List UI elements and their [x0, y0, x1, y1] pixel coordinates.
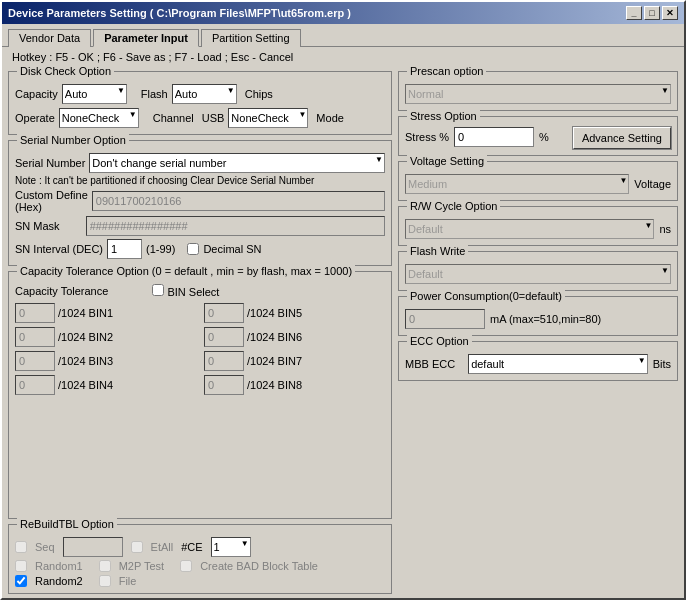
sn-select[interactable]: Don't change serial number [89, 153, 385, 173]
prescan-select-wrapper: Normal [405, 84, 671, 104]
capacity-tolerance-label: Capacity Tolerance Option (0 = default ,… [17, 265, 355, 277]
flash-select[interactable]: Auto [172, 84, 237, 104]
bin-row-1: /1024 BIN1 [15, 303, 196, 323]
ecc-label: ECC Option [407, 335, 472, 347]
stress-label: Stress Option [407, 110, 480, 122]
chips-label: Chips [245, 88, 273, 100]
bin-row-2: /1024 BIN2 [15, 327, 196, 347]
ecc-select-wrapper: default [468, 354, 648, 374]
bin-select-checkbox[interactable] [152, 284, 164, 296]
disk-check-label: Disk Check Option [17, 67, 114, 77]
mode-label: Mode [316, 112, 344, 124]
sn-note: Note : It can't be partitioned if choosi… [15, 175, 385, 186]
ecc-group: ECC Option MBB ECC default Bits [398, 341, 678, 381]
bin3-input[interactable] [15, 351, 55, 371]
tab-vendor-data[interactable]: Vendor Data [8, 29, 91, 47]
operate-select-wrapper: NoneCheck [59, 108, 139, 128]
advance-setting-button[interactable]: Advance Setting [573, 127, 671, 149]
sn-interval-range: (1-99) [146, 243, 175, 255]
tab-parameter-input[interactable]: Parameter Input [93, 29, 199, 47]
usb-select[interactable]: NoneCheck [228, 108, 308, 128]
random2-checkbox[interactable] [15, 575, 27, 587]
flash-write-group: Flash Write Default [398, 251, 678, 291]
sn-mask-input[interactable] [86, 216, 385, 236]
close-button[interactable]: ✕ [662, 6, 678, 20]
voltage-select-wrapper: Medium [405, 174, 629, 194]
bin-row-5: /1024 BIN5 [204, 303, 385, 323]
et-all-label: EtAll [151, 541, 174, 553]
maximize-button[interactable]: □ [644, 6, 660, 20]
title-bar: Device Parameters Setting ( C:\Program F… [2, 2, 684, 24]
sn-mask-label: SN Mask [15, 220, 60, 232]
operate-label: Operate [15, 112, 55, 124]
main-content: Disk Check Option Capacity Auto Flash Au… [2, 67, 684, 598]
flash-write-select-wrapper: Default [405, 264, 671, 284]
mbb-ecc-label: MBB ECC [405, 358, 455, 370]
operate-select[interactable]: NoneCheck [59, 108, 139, 128]
bin7-input[interactable] [204, 351, 244, 371]
bin5-input[interactable] [204, 303, 244, 323]
left-panel: Disk Check Option Capacity Auto Flash Au… [8, 71, 392, 594]
create-bad-label: Create BAD Block Table [200, 560, 318, 572]
rw-cycle-label: R/W Cycle Option [407, 200, 500, 212]
m2p-checkbox[interactable] [99, 560, 111, 572]
bin5-label: /1024 BIN5 [247, 307, 317, 319]
rw-select[interactable]: Default [405, 219, 654, 239]
right-panel: Prescan option Normal Stress Option Adva… [398, 71, 678, 594]
bin8-input[interactable] [204, 375, 244, 395]
stress-group: Stress Option Advance Setting Stress % % [398, 116, 678, 156]
bits-label: Bits [653, 358, 671, 370]
custom-define-label: Custom Define(Hex) [15, 189, 88, 213]
seq-label: Seq [35, 541, 55, 553]
bin-select-label: BIN Select [167, 286, 219, 298]
capacity-label: Capacity [15, 88, 58, 100]
capacity-select[interactable]: Auto [62, 84, 127, 104]
stress-pct-input[interactable] [454, 127, 534, 147]
power-consumption-label: Power Consumption(0=default) [407, 290, 565, 302]
random1-checkbox[interactable] [15, 560, 27, 572]
hash-ce-select-wrapper: 1 [211, 537, 251, 557]
flash-select-wrapper: Auto [172, 84, 237, 104]
seq-input[interactable] [63, 537, 123, 557]
rebuild-tbl-group: ReBuildTBL Option Seq EtAll #CE 1 [8, 524, 392, 594]
stress-percent-label: % [539, 131, 549, 143]
bin6-label: /1024 BIN6 [247, 331, 317, 343]
hash-ce-select[interactable]: 1 [211, 537, 251, 557]
tab-bar: Vendor Data Parameter Input Partition Se… [2, 24, 684, 46]
disk-check-group: Disk Check Option Capacity Auto Flash Au… [8, 71, 392, 135]
bin-grid: /1024 BIN1 /1024 BIN5 /1024 BIN2 /1024 B… [15, 301, 385, 395]
minimize-button[interactable]: _ [626, 6, 642, 20]
bin7-label: /1024 BIN7 [247, 355, 317, 367]
rw-select-wrapper: Default [405, 219, 654, 239]
bin1-input[interactable] [15, 303, 55, 323]
sn-label: Serial Number [15, 157, 85, 169]
file-checkbox[interactable] [99, 575, 111, 587]
stress-pct-label: Stress % [405, 131, 449, 143]
create-bad-checkbox[interactable] [180, 560, 192, 572]
bin4-input[interactable] [15, 375, 55, 395]
flash-label: Flash [141, 88, 168, 100]
custom-define-input[interactable] [92, 191, 385, 211]
bin-row-7: /1024 BIN7 [204, 351, 385, 371]
capacity-select-wrapper: Auto [62, 84, 127, 104]
power-input[interactable] [405, 309, 485, 329]
decimal-sn-checkbox[interactable] [187, 243, 199, 255]
sn-interval-input[interactable] [107, 239, 142, 259]
flash-write-select[interactable]: Default [405, 264, 671, 284]
tab-partition-setting[interactable]: Partition Setting [201, 29, 301, 47]
et-all-checkbox[interactable] [131, 541, 143, 553]
sn-interval-label: SN Interval (DEC) [15, 243, 103, 255]
power-unit-label: mA (max=510,min=80) [490, 313, 601, 325]
title-bar-buttons: _ □ ✕ [626, 6, 678, 20]
bin3-label: /1024 BIN3 [58, 355, 128, 367]
seq-checkbox[interactable] [15, 541, 27, 553]
random1-label: Random1 [35, 560, 83, 572]
voltage-select[interactable]: Medium [405, 174, 629, 194]
prescan-select[interactable]: Normal [405, 84, 671, 104]
bin2-input[interactable] [15, 327, 55, 347]
bin6-input[interactable] [204, 327, 244, 347]
ecc-select[interactable]: default [468, 354, 648, 374]
usb-select-wrapper: NoneCheck [228, 108, 308, 128]
capacity-tolerance-group: Capacity Tolerance Option (0 = default ,… [8, 271, 392, 519]
voltage-group: Voltage Setting Medium Voltage [398, 161, 678, 201]
